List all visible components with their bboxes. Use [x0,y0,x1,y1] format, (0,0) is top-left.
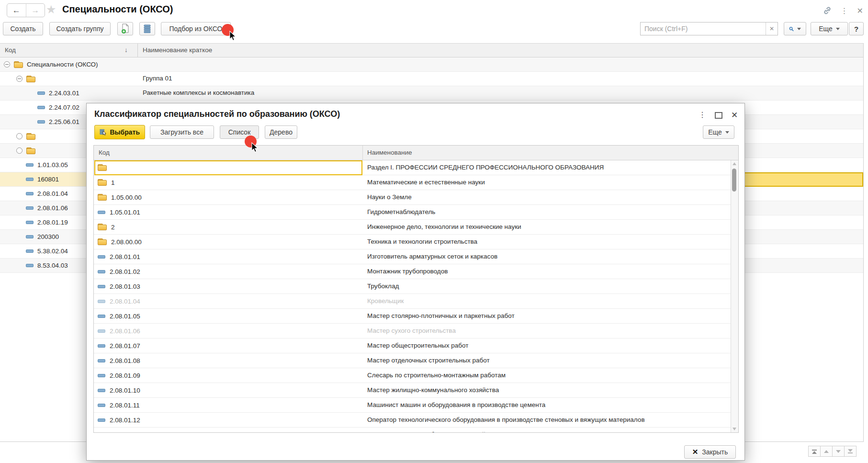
name-cell: Трубоклад [367,282,399,290]
dialog-more-label: Еще [708,128,722,136]
collapse-icon [4,61,10,68]
name-cell: Науки о Земле [367,193,412,201]
name-cell: Раздел I. ПРОФЕССИИ СРЕДНЕГО ПРОФЕССИОНА… [367,164,604,171]
item-marker-icon [26,163,34,167]
dialog-close-icon[interactable]: ✕ [731,110,738,120]
sort-desc-icon[interactable]: ↓ [124,46,128,54]
item-marker-icon [37,120,45,124]
create-button[interactable]: Создать [3,22,43,35]
name-cell: Кровельщик [367,297,404,305]
clear-search-button[interactable]: ✕ [766,23,778,35]
close-dialog-button[interactable]: ✕ Закрыть [684,445,736,459]
forward-button[interactable]: → [26,4,45,17]
list-view-button[interactable] [139,22,155,35]
code-column-header[interactable]: Код [99,149,110,156]
item-marker-icon [26,249,34,253]
classifier-row[interactable]: 2.08.01.06 Мастер сухого строительства [94,324,731,339]
name-cell: Изготовитель арматурных сеток и каркасов [367,253,497,260]
item-marker-icon [98,300,105,303]
tree-cell: 2.24.07.02 [37,101,79,114]
code-column-header[interactable]: Код [5,46,16,54]
folder-icon [26,147,35,154]
classifier-row[interactable]: 2.08.01.05 Мастер столярно-плотничных и … [94,309,731,324]
table-row[interactable]: Специальности (ОКСО) [0,57,863,72]
tree-mode-button[interactable]: Дерево [265,125,297,139]
classifier-row[interactable]: 2.08.01.04 Кровельщик [94,294,731,309]
row-code: Специальности (ОКСО) [27,61,98,68]
classifier-row[interactable]: 2.08.01.03 Трубоклад [94,279,731,294]
name-cell: Мастер общестроительных работ [367,342,468,349]
search-button[interactable] [784,22,806,35]
classifier-row[interactable]: 2.08.01.01 Изготовитель арматурных сеток… [94,249,731,264]
name-cell: Мастер сухого строительства [367,327,456,334]
dialog-menu-icon[interactable]: ⋮ [699,110,706,119]
classifier-row[interactable]: 2 Инженерное дело, технологии и техничес… [94,220,731,235]
dialog-more-caret-icon [725,131,729,134]
go-last-button[interactable] [844,446,857,457]
pager [809,446,857,457]
new-document-button[interactable] [117,22,133,35]
folder-icon [98,179,107,186]
row-code: 2.24.07.02 [49,104,79,111]
table-row[interactable]: Группа 01 [0,72,863,86]
scrollbar-thumb[interactable] [732,169,736,192]
go-first-button[interactable] [808,446,821,457]
name-column-header[interactable]: Наименование краткое [143,46,212,54]
more-button[interactable]: Еще [811,22,848,35]
item-marker-icon [98,270,105,273]
help-button[interactable]: ? [849,22,864,35]
classifier-row[interactable]: Раздел I. ПРОФЕССИИ СРЕДНЕГО ПРОФЕССИОНА… [94,160,731,175]
folder-icon [98,224,107,230]
link-icon[interactable] [823,6,832,15]
go-last-arrow-icon [848,449,853,452]
classifier-row[interactable]: 2.08.00.00 Техника и технологии строител… [94,235,731,249]
vertical-scrollbar[interactable] [731,160,738,432]
classifier-row[interactable]: 2.08.01.08 Мастер отделочных строительны… [94,353,731,368]
classifier-row[interactable]: 2.08.01.13 Изготовитель железобетонных и… [94,428,731,432]
item-marker-icon [98,418,105,422]
favorite-star-icon[interactable]: ★ [46,3,56,16]
dialog-maximize-icon[interactable] [715,112,722,119]
go-next-button[interactable] [832,446,845,457]
window-close-icon[interactable]: ✕ [857,6,863,15]
classifier-row[interactable]: 1 Математические и естественные науки [94,175,731,190]
item-marker-icon [26,264,34,267]
back-button[interactable]: ← [7,4,26,17]
classifier-row[interactable]: 1.05.00.00 Науки о Земле [94,190,731,205]
go-prev-icon [824,450,829,453]
tree-cell: 2.08.01.08 [98,353,140,368]
row-code: 2.08.01.06 [37,204,68,212]
scroll-up-icon[interactable] [733,162,736,165]
go-prev-button[interactable] [820,446,833,457]
item-marker-icon [98,374,105,377]
classifier-row[interactable]: 2.08.01.12 Оператор технологического обо… [94,413,731,428]
folder-icon [98,194,107,201]
load-all-button[interactable]: Загрузить все [150,125,214,139]
pick-from-okso-button[interactable]: Подбор из ОКСО [161,22,231,35]
classifier-row[interactable]: 1.05.01.01 Гидрометнаблюдатель [94,205,731,220]
tree-cell: 2.08.01.04 [26,187,68,201]
folder-icon [14,61,23,68]
tree-cell: 2 [98,220,115,234]
classifier-row[interactable]: 2.08.01.11 Машинист машин и оборудования… [94,398,731,413]
row-code: 1.05.00.00 [111,194,142,201]
row-code: 2.08.00.00 [111,238,142,246]
classifier-row[interactable]: 2.08.01.10 Мастер жилищно-коммунального … [94,383,731,398]
search-input[interactable] [641,25,766,33]
window-menu-icon[interactable]: ⋮ [841,6,848,15]
table-row[interactable]: 2.24.03.01 Ракетные комплексы и космонав… [0,86,863,101]
classifier-row[interactable]: 2.08.01.02 Монтажник трубопроводов [94,264,731,279]
row-code: 2 [111,224,115,231]
folder-icon [26,76,35,82]
name-cell: Мастер отделочных строительных работ [367,357,490,364]
scroll-down-icon[interactable] [733,428,736,430]
more-caret-icon [836,28,840,30]
classifier-row[interactable]: 2.08.01.07 Мастер общестроительных работ [94,339,731,353]
item-marker-icon [37,106,45,109]
dialog-more-button[interactable]: Еще [703,125,734,139]
page-title: Специальности (ОКСО) [62,4,173,15]
create-group-button[interactable]: Создать группу [49,22,111,35]
name-column-header[interactable]: Наименование [367,149,412,156]
select-button[interactable]: Выбрать [94,125,145,139]
classifier-row[interactable]: 2.08.01.09 Слесарь по строительно-монтаж… [94,368,731,383]
